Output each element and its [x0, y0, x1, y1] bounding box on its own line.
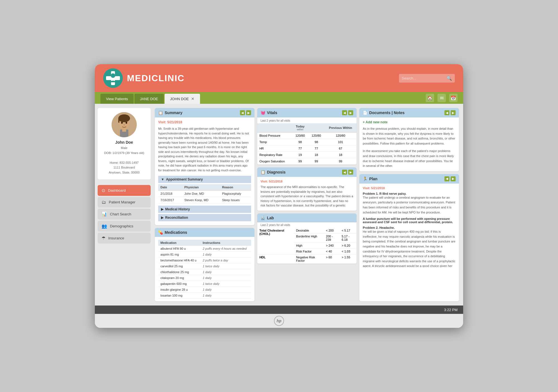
summary-panel: 📋 Summary ◀ ▶ Visit: 5/21/2018 Mr. Smith… — [155, 108, 254, 225]
tab-jane-doe[interactable]: JANE DOE — [134, 94, 164, 104]
documents-panel: 📄 Documents | Notes ◀ ▶ + Add new note A… — [359, 108, 459, 171]
documents-header: 📄 Documents | Notes ◀ ▶ — [359, 108, 459, 117]
summary-next-btn[interactable]: ▶ — [246, 110, 251, 115]
plan-panel: 🏃 Plan ◀ ▶ Visit: 5/21/2018 Problem 1. R… — [359, 174, 459, 301]
medications-icon: 💊 — [158, 230, 163, 235]
home-icon-btn[interactable]: 🏠 — [426, 94, 434, 102]
table-row: gabapentin 600 mg1 twice daily — [158, 281, 251, 287]
appt-summary-toggle[interactable]: ▼ Appointment Summary — [158, 176, 251, 183]
appt-col-date: Date — [158, 184, 182, 191]
sidebar-item-demographics[interactable]: 👥 Demographics — [98, 221, 151, 232]
medications-table: Medication Instructions albuterol HFA 90… — [158, 240, 251, 299]
medical-history-toggle[interactable]: ▶ Medical History — [158, 206, 251, 213]
tabs: View Patients JANE DOE JOHN DOE ✕ — [100, 92, 201, 104]
header-search[interactable]: 🔍 — [399, 74, 455, 83]
sidebar: John Doe Male DOB: 1/2/1979 (39 Years ol… — [95, 104, 153, 306]
tab-john-doe[interactable]: JOHN DOE ✕ — [165, 94, 200, 104]
plan-problems: Problem 1. R IIIrd nerve palsy.The patie… — [363, 192, 456, 267]
svg-point-8 — [121, 122, 123, 124]
appt-col-physician: Physician — [182, 184, 220, 191]
sidebar-item-insurance[interactable]: ☂ Insurance — [98, 233, 151, 244]
summary-text: Mr. Smith is a 39-year-old gentleman wit… — [158, 126, 251, 172]
patient-card: John Doe Male DOB: 1/2/1979 (39 Years ol… — [98, 108, 151, 179]
navbar: View Patients JANE DOE JOHN DOE ✕ 🏠 ✉ 📅 — [95, 92, 463, 104]
table-row: Blood Pressure120/80120/80120/80 — [257, 133, 357, 139]
table-row: beclomethasone HFA 40 u2 puffs twice a d… — [158, 258, 251, 263]
main-content: John Doe Male DOB: 1/2/1979 (39 Years ol… — [95, 104, 463, 306]
summary-nav: ◀ ▶ — [240, 110, 251, 115]
diagnosis-visit: Visit: 5/21/2018 — [261, 180, 353, 183]
diagnosis-prev-btn[interactable]: ◀ — [342, 170, 347, 175]
table-row: Temp9898101 — [257, 139, 357, 145]
mail-icon-btn[interactable]: ✉ — [437, 94, 446, 102]
diagnosis-text: The appearance of the MRI abnormalities … — [261, 185, 353, 208]
summary-visit: Visit: 5/21/2018 — [158, 120, 251, 124]
table-row: Respiratory Rate191818 — [257, 152, 357, 158]
diagnosis-header: 📋 Diagnosis ◀ ▶ — [257, 167, 357, 177]
dashboard-icon: ⊙ — [102, 188, 105, 193]
svg-point-6 — [118, 114, 130, 122]
table-row: albuterol HFA 90 u2 puffs every 4 hours … — [158, 246, 251, 252]
documents-next-btn[interactable]: ▶ — [451, 110, 456, 115]
table-row: insulin glargine 28 u1 daily — [158, 287, 251, 293]
summary-prev-btn[interactable]: ◀ — [240, 110, 245, 115]
logo-area: MEDICLINIC — [103, 68, 185, 88]
sidebar-item-chart-search[interactable]: 📊 Chart Search — [98, 209, 151, 220]
plan-problem-item: A lumbar puncture will be performed with… — [363, 217, 456, 224]
svg-rect-12 — [122, 129, 126, 132]
vitals-next-btn[interactable]: ▶ — [348, 110, 353, 115]
diagnosis-body: Visit: 5/21/2018 The appearance of the M… — [257, 177, 357, 211]
vitals-icon: 💓 — [261, 110, 265, 115]
sidebar-item-dashboard[interactable]: ⊙ Dashboard — [98, 185, 151, 196]
medications-body: Medication Instructions albuterol HFA 90… — [155, 237, 254, 301]
diagnosis-icon: 📋 — [261, 170, 265, 174]
table-row: 2/1/2018John Doe, MDPlagiocephaly — [158, 191, 251, 197]
plan-prev-btn[interactable]: ◀ — [444, 176, 449, 181]
search-input[interactable] — [402, 76, 446, 80]
reconciliation-toggle[interactable]: ▶ Reconciliation — [158, 214, 251, 221]
tab-view-patients[interactable]: View Patients — [100, 94, 134, 104]
lab-panel: 🔬 Lab Last 2 years for all visits Total … — [257, 213, 357, 264]
summary-body: Visit: 5/21/2018 Mr. Smith is a 39-year-… — [155, 117, 254, 225]
table-row: chlorthalidone 25 mg1 daily — [158, 269, 251, 275]
documents-prev-btn[interactable]: ◀ — [444, 110, 449, 115]
table-row: citalopram 20 mg1 daily — [158, 275, 251, 281]
vitals-header: 💓 Vitals ◀ ▶ — [257, 108, 357, 117]
calendar-icon-btn[interactable]: 📅 — [449, 94, 458, 102]
diagnosis-nav: ◀ ▶ — [342, 170, 353, 175]
svg-point-10 — [124, 124, 125, 126]
search-icon[interactable]: 🔍 — [446, 76, 452, 81]
diagnosis-next-btn[interactable]: ▶ — [348, 170, 353, 175]
appt-table: Date Physician Reason 2/1/2018John Doe, … — [158, 184, 251, 203]
vitals-nav: ◀ ▶ — [342, 110, 353, 115]
plan-visit: Visit: 5/21/2018 — [363, 186, 456, 190]
tab-close-icon[interactable]: ✕ — [191, 97, 194, 101]
lab-icon: 🔬 — [261, 216, 265, 220]
table-row: carvedilol 25 mg1 twice daily — [158, 263, 251, 269]
hp-logo: hp — [274, 316, 284, 326]
plan-next-btn[interactable]: ▶ — [451, 176, 456, 181]
insurance-icon: ☂ — [102, 235, 105, 241]
plan-icon: 🏃 — [363, 177, 367, 181]
sidebar-item-patient-manager[interactable]: 🗂 Patient Manager — [98, 197, 151, 208]
lab-subtitle: Last 2 years for all visits — [257, 222, 357, 228]
content-area: 📋 Summary ◀ ▶ Visit: 5/21/2018 Mr. Smith… — [153, 104, 463, 306]
plan-body: Visit: 5/21/2018 Problem 1. R IIIrd nerv… — [359, 184, 459, 267]
plan-problem-item: Problem 2. Headache.He will be given a t… — [363, 226, 456, 267]
table-row: aspirin 81 mg1 daily — [158, 252, 251, 258]
patient-info: Male DOB: 1/2/1979 (39 Years old) Home: … — [101, 146, 147, 175]
lab-table: Total Cholesterol (CHOL)Desirable< 200< … — [257, 228, 357, 264]
documents-nav: ◀ ▶ — [444, 110, 456, 115]
demographics-icon: 👥 — [102, 223, 107, 229]
diagnosis-panel: 📋 Diagnosis ◀ ▶ Visit: 5/21/2018 The app… — [257, 167, 357, 211]
vitals-prev-btn[interactable]: ◀ — [342, 110, 347, 115]
add-note-button[interactable]: + Add new note — [363, 120, 388, 124]
time-display: 3:22 PM — [444, 308, 458, 312]
svg-point-3 — [111, 73, 115, 78]
header: MEDICLINIC 🔍 — [95, 64, 463, 92]
medications-panel: 💊 Medications Medication Instructions — [155, 228, 254, 301]
table-row: 7/16/2017Steven Koop, MDSleep Issues — [158, 197, 251, 203]
plan-header: 🏃 Plan ◀ ▶ — [359, 174, 459, 184]
logo-icon — [103, 68, 123, 88]
nav-icons: 🏠 ✉ 📅 — [426, 94, 458, 102]
